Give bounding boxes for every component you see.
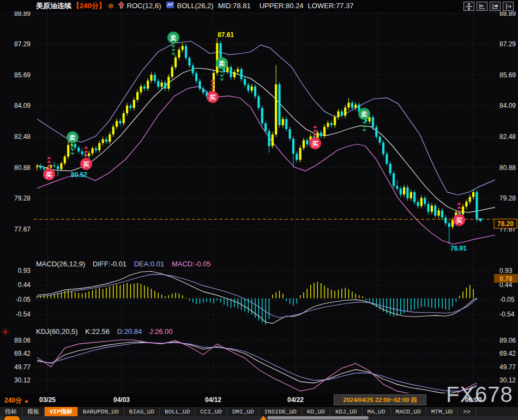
- kdj-d-line: [37, 343, 477, 391]
- scrollbar-thumb[interactable]: [267, 416, 369, 419]
- price-tick-label: 30.12: [14, 376, 31, 384]
- kdj-panel-header: KDJ(60,20,5) K:22.56 D:20.84 J:26.00: [36, 327, 178, 336]
- timeframe-label: 【240分】: [73, 1, 106, 11]
- price-tick-label: 89.06: [499, 337, 516, 344]
- current-price-marker: 78.20: [494, 219, 517, 228]
- price-tick-label: 0.44: [18, 281, 31, 289]
- price-tick-label: 84.09: [499, 102, 516, 109]
- last-price-arrow-icon: [478, 218, 483, 222]
- kdj-k-value: K:22.56: [85, 327, 110, 336]
- svg-text:0.78: 0.78: [499, 275, 513, 283]
- time-tick-label: 04/22: [287, 396, 304, 404]
- price-tick-label: 0.93: [18, 267, 31, 275]
- price-tick-label: 69.42: [14, 350, 31, 357]
- boll-lower-value: LOWER:77.37: [308, 2, 354, 10]
- boll-upper-value: UPPER:80.24: [260, 2, 304, 10]
- symbol-title: 美原油连续: [36, 1, 71, 11]
- red-up-arrow-icon: [118, 2, 124, 10]
- current-bar-time-label: 2024/04/25 22:00~02:00 四: [334, 394, 426, 405]
- price-tick-label: -0.54: [499, 311, 515, 318]
- pan-right-icon[interactable]: [503, 2, 514, 11]
- price-tick-label: 69.42: [499, 350, 516, 357]
- boll-upper-band: [37, 41, 495, 196]
- up-triangle-icon: ▲: [23, 398, 29, 404]
- footer-timeframe[interactable]: 240分 ▲: [4, 396, 29, 405]
- tab-bollud[interactable]: BOLL_UD: [160, 407, 195, 416]
- price-tick-label: 82.48: [499, 133, 516, 141]
- tab-kdjud[interactable]: KDJ_UD: [330, 407, 363, 416]
- roc-indicator-label: ROC(12,6): [127, 2, 161, 10]
- peak-price-label: 87.61: [218, 31, 234, 39]
- price-tick-label: 79.28: [499, 194, 516, 202]
- boll-indicator-label: BOLL(26,2): [177, 2, 213, 10]
- price-tick-label: 84.09: [14, 102, 31, 109]
- macd-diff-value: DIFF:-0.01: [93, 260, 127, 268]
- price-tick-label: -0.05: [16, 296, 31, 303]
- tab-maud[interactable]: MA_UD: [363, 407, 391, 416]
- candlestick-series: [36, 38, 478, 244]
- price-tick-label: 87.29: [14, 40, 31, 48]
- tab-[interactable]: 模板: [22, 407, 45, 416]
- tab-cciud[interactable]: CCI_UD: [195, 407, 227, 416]
- kdj-j-value: J:26.00: [149, 327, 173, 336]
- price-tick-label: 85.69: [499, 71, 516, 79]
- scroll-position-arrow-icon: [260, 416, 267, 420]
- macd-histogram: [37, 282, 477, 324]
- tab-[interactable]: >>: [458, 407, 475, 416]
- tab-macdud[interactable]: MACD_UD: [391, 407, 426, 416]
- macd-dea-value: DEA:0.01: [134, 260, 165, 268]
- svg-text:买: 买: [312, 140, 318, 148]
- band-price-label: 80.52: [71, 171, 87, 179]
- boll-mid-value: MID:78.81: [218, 2, 251, 10]
- time-tick-label: 03/25: [39, 396, 56, 404]
- zoom-in-axis-icon[interactable]: [490, 2, 501, 11]
- crosshair-icon[interactable]: [463, 2, 474, 11]
- price-tick-label: 82.48: [14, 133, 31, 141]
- circle-plus-icon[interactable]: ⊕: [108, 2, 114, 10]
- kdj-k-line: [37, 342, 477, 393]
- price-tick-label: 85.69: [14, 71, 31, 79]
- tab-vip[interactable]: VIP指标: [45, 407, 78, 416]
- price-tick-label: 79.28: [14, 194, 31, 202]
- price-tick-label: 49.77: [14, 363, 31, 371]
- tab-biasud[interactable]: BIAS_UD: [124, 407, 160, 416]
- price-tick-label: 87.29: [499, 40, 516, 48]
- price-tick-label: 0.93: [499, 267, 513, 275]
- price-tick-label: -0.54: [16, 311, 31, 318]
- macd-macd-value: MACD:-0.05: [172, 260, 211, 268]
- indicator-tab-bar: 指标模板VIP指标BARUPDN_UDBIAS_UDBOLL_UDCCI_UDD…: [0, 406, 518, 416]
- kdj-d-value: D:20.84: [117, 327, 142, 336]
- svg-text:买: 买: [46, 171, 52, 179]
- chart-line-icon: [166, 2, 174, 10]
- price-tick-label: 80.88: [14, 164, 31, 172]
- svg-text:买: 买: [456, 217, 462, 224]
- svg-text:卖: 卖: [360, 111, 368, 118]
- tab-insideud[interactable]: INSIDE_UD: [259, 407, 302, 416]
- trading-app-window: 美原油连续 【240分】 ⊕ ROC(12,6) BOLL(26,2) MID:…: [0, 0, 518, 420]
- macd-value-marker: 0.78: [494, 274, 518, 283]
- tab-dmiud[interactable]: DMI_UD: [227, 407, 260, 416]
- svg-text:卖: 卖: [170, 34, 177, 42]
- tab-kdud[interactable]: KD_UD: [302, 407, 330, 416]
- svg-text:78.20: 78.20: [497, 220, 514, 228]
- boll-lower-band: [37, 87, 495, 245]
- time-tick-label: 04/12: [205, 396, 221, 404]
- zoom-out-axis-icon[interactable]: [477, 2, 487, 11]
- kdj-title: KDJ(60,20,5): [36, 327, 78, 336]
- price-tick-label: 80.88: [499, 164, 516, 172]
- tab-[interactable]: 指标: [0, 407, 22, 416]
- svg-text:卖: 卖: [218, 60, 225, 68]
- sell-signal-badge: 卖: [167, 32, 179, 56]
- price-tick-label: 89.06: [14, 337, 31, 344]
- macd-title: MACD(26,12,9): [36, 260, 85, 268]
- scroll-origin-marker: [4, 416, 20, 420]
- time-axis: 240分 ▲ 2024/04/25 22:00~02:00 四 03/2504/…: [0, 393, 518, 406]
- time-tick-label: 04/03: [113, 396, 130, 404]
- watermark: FX678: [446, 382, 513, 407]
- svg-text:买: 买: [209, 94, 216, 101]
- price-tick-label: 77.67: [14, 226, 31, 233]
- tab-mtmud[interactable]: MTM_UD: [426, 407, 459, 416]
- tab-barupdnud[interactable]: BARUPDN_UD: [78, 407, 124, 416]
- bottom-scrollbar: [0, 416, 518, 420]
- svg-text:买: 买: [83, 161, 89, 168]
